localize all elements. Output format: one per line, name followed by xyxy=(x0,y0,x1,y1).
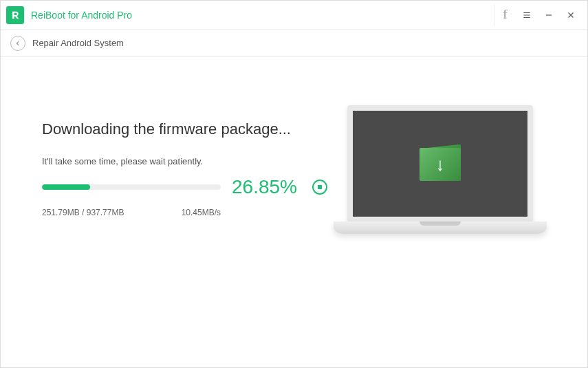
hamburger-icon xyxy=(522,10,532,20)
stop-icon xyxy=(318,185,322,189)
app-window: ReiBoot for Android Pro f Repair Android… xyxy=(0,0,588,368)
download-stats: 251.79MB / 937.77MB 10.45MB/s xyxy=(42,208,221,217)
app-title: ReiBoot for Android Pro xyxy=(31,10,494,21)
minimize-icon xyxy=(544,10,554,20)
stop-button[interactable] xyxy=(312,180,327,195)
arrow-down-icon: ↓ xyxy=(435,154,444,175)
page-heading: Downloading the firmware package... xyxy=(42,120,327,138)
arrow-left-icon xyxy=(14,40,21,47)
minimize-button[interactable] xyxy=(538,4,560,26)
logo-icon xyxy=(10,10,21,21)
download-speed: 10.45MB/s xyxy=(182,208,221,217)
laptop-screen: ↓ xyxy=(347,105,533,222)
progress-row: 26.85% xyxy=(42,176,327,198)
downloaded-size: 251.79MB / 937.77MB xyxy=(42,208,124,217)
illustration-panel: ↓ xyxy=(327,91,553,367)
breadcrumb-bar: Repair Android System xyxy=(1,30,587,57)
progress-percent: 26.85% xyxy=(232,176,297,198)
laptop-base xyxy=(334,221,547,234)
close-icon xyxy=(566,10,576,20)
main-content: Downloading the firmware package... It'l… xyxy=(1,57,587,367)
close-button[interactable] xyxy=(560,4,582,26)
page-subtitle: It'll take some time, please wait patien… xyxy=(42,156,327,166)
app-logo xyxy=(6,6,24,24)
download-box-icon: ↓ xyxy=(416,140,464,188)
back-button[interactable] xyxy=(10,36,25,51)
titlebar-controls: f xyxy=(494,4,582,26)
progress-fill xyxy=(42,184,90,190)
download-panel: Downloading the firmware package... It'l… xyxy=(42,91,327,367)
breadcrumb-title: Repair Android System xyxy=(32,38,124,48)
menu-button[interactable] xyxy=(516,4,538,26)
facebook-button[interactable]: f xyxy=(494,4,516,26)
progress-bar xyxy=(42,184,221,190)
titlebar: ReiBoot for Android Pro f xyxy=(1,1,587,30)
laptop-illustration: ↓ xyxy=(334,105,547,234)
